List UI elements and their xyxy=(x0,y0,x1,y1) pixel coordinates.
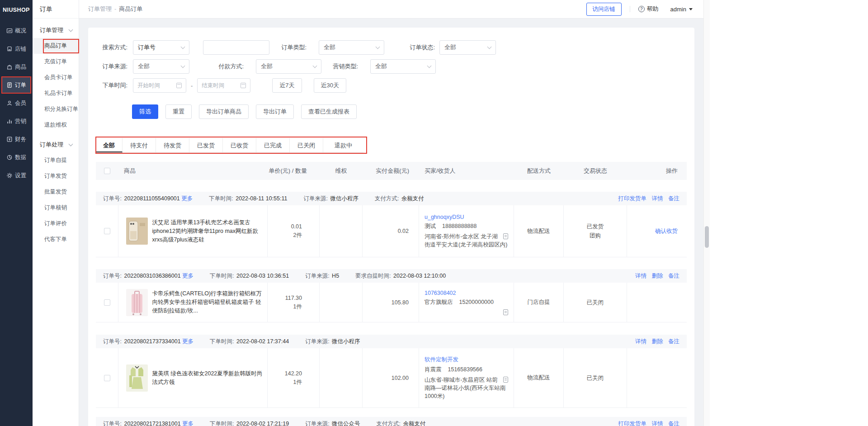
sidebar-item-marketing[interactable]: 营销 xyxy=(2,114,31,129)
user-menu[interactable]: admin xyxy=(670,6,693,13)
order-more-link[interactable]: 更多 xyxy=(182,273,193,279)
sidebar-item-finance[interactable]: 财务 xyxy=(2,132,31,147)
order-more-link[interactable]: 更多 xyxy=(182,421,193,426)
print-dispatch-link[interactable]: 打印发货单 xyxy=(618,421,647,426)
detail-link[interactable]: 详情 xyxy=(652,421,663,426)
export-orders-button[interactable]: 导出订单 xyxy=(256,104,294,119)
sidebar-item-data[interactable]: 数据 xyxy=(2,150,31,165)
tab-received[interactable]: 已收货 xyxy=(223,138,256,152)
sub-item-goods-orders[interactable]: 商品订单 xyxy=(33,38,79,54)
export-order-goods-button[interactable]: 导出订单商品 xyxy=(199,104,249,119)
sub-item-delivery[interactable]: 订单发货 xyxy=(33,168,79,184)
sub-item-giftcard-orders[interactable]: 礼品卡订单 xyxy=(33,85,79,101)
buyer-nickname[interactable]: u_ghnoqxyDSU xyxy=(425,214,464,220)
filter-button[interactable]: 筛选 xyxy=(132,104,158,119)
buyer-nickname[interactable]: 软件定制开发 xyxy=(425,356,458,363)
pay-type-select[interactable]: 全部 xyxy=(256,59,321,74)
promotion-type-select[interactable]: 全部 xyxy=(370,59,436,74)
remark-link[interactable]: 备注 xyxy=(668,421,679,426)
sidebar-item-label: 设置 xyxy=(15,172,26,180)
tab-pending-shipment[interactable]: 待发货 xyxy=(156,138,189,152)
tab-refunding[interactable]: 退款中 xyxy=(323,138,363,152)
copy-icon[interactable] xyxy=(503,233,508,239)
order-source-select[interactable]: 全部 xyxy=(133,59,189,74)
sidebar-item-orders[interactable]: 订单 xyxy=(2,77,31,93)
detail-link[interactable]: 详情 xyxy=(635,273,646,279)
receiver-name: 肖震震 xyxy=(425,366,442,373)
sub-item-refund[interactable]: 退款维权 xyxy=(33,117,79,133)
search-keyword-input[interactable] xyxy=(203,40,269,55)
detail-link[interactable]: 详情 xyxy=(652,195,663,202)
order-more-link[interactable]: 更多 xyxy=(181,195,193,202)
detail-link[interactable]: 详情 xyxy=(635,338,646,345)
group-order-management[interactable]: 订单管理 xyxy=(33,22,79,38)
sidebar-item-label: 数据 xyxy=(15,154,26,161)
tab-shipped[interactable]: 已发货 xyxy=(189,138,223,152)
end-date-input[interactable]: 结束时间 xyxy=(197,78,250,93)
select-all-checkbox[interactable] xyxy=(104,168,110,174)
scrollbar-thumb[interactable] xyxy=(705,226,709,248)
sub-item-membercard-orders[interactable]: 会员卡订单 xyxy=(33,70,79,85)
copy-icon[interactable] xyxy=(503,309,508,315)
product-name[interactable]: 沃艾尼 适用苹果13手机壳艺术名画复古iphone12简约潮牌奢华11pro m… xyxy=(152,218,265,244)
copy-icon[interactable] xyxy=(503,377,508,383)
column-refund: 维权 xyxy=(320,167,363,175)
last-30-days-button[interactable]: 近30天 xyxy=(314,78,346,93)
tab-all[interactable]: 全部 xyxy=(96,138,123,152)
order-type-select[interactable]: 全部 xyxy=(319,40,384,55)
scrollbar[interactable] xyxy=(703,0,710,426)
pay-type-label: 付款方式: xyxy=(217,62,244,71)
pink-luggage-image xyxy=(126,289,148,316)
order-header: 订单号: 202208021737334001 更多 下单时间: 2022-08… xyxy=(96,335,687,348)
settings-icon xyxy=(6,172,13,179)
remark-link[interactable]: 备注 xyxy=(668,273,679,279)
row-checkbox[interactable] xyxy=(104,299,110,306)
group-order-processing[interactable]: 订单处理 xyxy=(33,137,79,152)
sub-item-recharge-orders[interactable]: 充值订单 xyxy=(33,54,79,70)
sub-item-batch-delivery[interactable]: 批量发货 xyxy=(33,184,79,200)
sub-item-points-orders[interactable]: 积分兑换订单 xyxy=(33,101,79,117)
sub-item-review[interactable]: 订单评价 xyxy=(33,216,79,232)
column-paid-amount: 实付金额(元) xyxy=(363,167,419,175)
sidebar-item-members[interactable]: 会员 xyxy=(2,95,31,111)
sidebar-item-overview[interactable]: 概况 xyxy=(2,23,31,38)
table-header: 商品 单价(元) / 数量 维权 实付金额(元) 买家/收货人 配送方式 交易状… xyxy=(96,162,687,180)
visit-shop-button[interactable]: 访问店铺 xyxy=(586,3,622,16)
receiver-address: 山东省-聊城市-东昌府区 站前南路—诺林花小筑(西环火车站南1000米) xyxy=(425,377,505,399)
order-extra-value: 余额支付 xyxy=(403,421,426,426)
order-no-label: 订单号: xyxy=(103,338,122,345)
end-date-placeholder: 结束时间 xyxy=(202,82,224,90)
reset-button[interactable]: 重置 xyxy=(165,104,192,119)
start-date-input[interactable]: 开始时间 xyxy=(133,78,186,93)
product-name[interactable]: 黛美琪 绿色连衣裙女2022夏季新款韩版时尚法式方领 xyxy=(152,369,265,387)
confirm-receipt-action[interactable]: 确认收货 xyxy=(655,227,678,235)
help-button[interactable]: 帮助 xyxy=(638,5,659,13)
sidebar-item-goods[interactable]: 商品 xyxy=(2,59,31,75)
delete-link[interactable]: 删除 xyxy=(652,273,663,279)
sub-item-pickup[interactable]: 订单自提 xyxy=(33,152,79,168)
view-reports-button[interactable]: 查看已生成报表 xyxy=(301,104,357,119)
sidebar-item-shop[interactable]: 店铺 xyxy=(2,41,31,57)
remark-link[interactable]: 备注 xyxy=(668,338,679,345)
shop-icon xyxy=(6,46,13,52)
remark-link[interactable]: 备注 xyxy=(668,195,679,202)
sub-item-proxy-order[interactable]: 代客下单 xyxy=(33,232,79,247)
tab-completed[interactable]: 已完成 xyxy=(256,138,290,152)
order-status-select[interactable]: 全部 xyxy=(439,40,496,55)
row-checkbox[interactable] xyxy=(104,375,110,381)
sub-item-verify[interactable]: 订单核销 xyxy=(33,200,79,216)
order-time-label: 下单时间: xyxy=(96,81,127,90)
order-no-label: 订单号: xyxy=(103,273,122,279)
tab-closed[interactable]: 已关闭 xyxy=(290,138,323,152)
buyer-nickname[interactable]: 1076308402 xyxy=(425,290,456,296)
last-7-days-button[interactable]: 近7天 xyxy=(272,78,302,93)
sidebar-item-settings[interactable]: 设置 xyxy=(2,168,31,183)
order-header: 订单号: 202208021721381001 更多 下单时间: 2022-08… xyxy=(96,417,687,426)
delete-link[interactable]: 删除 xyxy=(652,338,663,345)
row-checkbox[interactable] xyxy=(104,228,110,234)
print-dispatch-link[interactable]: 打印发货单 xyxy=(618,195,647,202)
tab-pending-payment[interactable]: 待支付 xyxy=(123,138,156,152)
search-mode-select[interactable]: 订单号 xyxy=(133,40,189,55)
product-name[interactable]: 卡帝乐鳄鱼(CARTELO)行李箱旅行箱铝框万向轮男女学生拉杆箱密码箱登机箱皮箱… xyxy=(152,289,265,315)
order-more-link[interactable]: 更多 xyxy=(182,338,193,345)
